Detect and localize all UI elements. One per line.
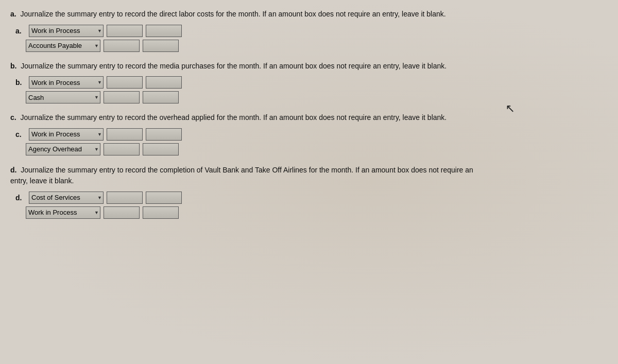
account-select-d1-wrapper: Cost of Services	[29, 192, 104, 204]
account-select-c2[interactable]: Agency Overhead	[26, 143, 100, 155]
debit-input-c2[interactable]	[104, 143, 140, 155]
debit-input-d2[interactable]	[104, 206, 140, 219]
credit-input-d1[interactable]	[146, 192, 182, 204]
debit-input-b1[interactable]	[107, 76, 143, 89]
account-select-b1[interactable]: Work in Process	[29, 76, 104, 89]
section-d-row1: d. Cost of Services	[15, 192, 608, 204]
section-c-row2: Agency Overhead	[26, 143, 608, 155]
section-a-header: a. Journalize the summary entry to recor…	[10, 9, 608, 20]
account-select-a1-wrapper: Work in Process	[29, 25, 104, 37]
debit-input-a1[interactable]	[107, 25, 143, 37]
section-a-row1: a. Work in Process	[15, 25, 608, 37]
section-b-header: b. Journalize the summary entry to recor…	[10, 61, 608, 72]
account-select-b2-wrapper: Cash	[26, 91, 100, 103]
account-select-b2[interactable]: Cash	[26, 91, 100, 103]
section-d-header: d. Journalize the summary entry to recor…	[10, 165, 608, 186]
debit-input-c1[interactable]	[107, 128, 143, 141]
section-c-letter: c.	[15, 130, 25, 138]
section-c: c. Journalize the summary entry to recor…	[10, 113, 608, 155]
section-c-rows: c. Work in Process Agency Overhead	[15, 128, 608, 155]
section-b-row2: Cash	[26, 91, 608, 103]
section-b: b. Journalize the summary entry to recor…	[10, 61, 608, 104]
credit-input-b1[interactable]	[146, 76, 182, 89]
section-b-row1: b. Work in Process	[15, 76, 608, 89]
credit-input-c1[interactable]	[146, 128, 182, 141]
section-b-letter: b.	[15, 78, 25, 86]
credit-input-c2[interactable]	[143, 143, 179, 155]
account-select-c1-wrapper: Work in Process	[29, 128, 104, 141]
credit-input-a1[interactable]	[146, 25, 182, 37]
section-a-row2: Accounts Payable	[26, 40, 608, 52]
debit-input-d1[interactable]	[107, 192, 143, 204]
section-b-rows: b. Work in Process Cash	[15, 76, 608, 103]
debit-input-b2[interactable]	[104, 91, 140, 103]
account-select-b1-wrapper: Work in Process	[29, 76, 104, 89]
section-a: a. Journalize the summary entry to recor…	[10, 9, 608, 52]
section-a-letter: a.	[15, 27, 25, 35]
section-d: d. Journalize the summary entry to recor…	[10, 165, 608, 219]
credit-input-b2[interactable]	[143, 91, 179, 103]
credit-input-d2[interactable]	[143, 206, 179, 219]
section-c-row1: c. Work in Process	[15, 128, 608, 141]
section-d-rows: d. Cost of Services Work in Process	[15, 192, 608, 219]
account-select-d1[interactable]: Cost of Services	[29, 192, 104, 204]
cursor-arrow: ↗	[506, 102, 515, 115]
account-select-d2[interactable]: Work in Process	[26, 206, 100, 219]
account-select-c2-wrapper: Agency Overhead	[26, 143, 100, 155]
section-c-header: c. Journalize the summary entry to recor…	[10, 113, 608, 123]
account-select-c1[interactable]: Work in Process	[29, 128, 104, 141]
account-select-a2-wrapper: Accounts Payable	[26, 40, 100, 52]
account-select-a1[interactable]: Work in Process	[29, 25, 104, 37]
section-a-rows: a. Work in Process Accounts Payable	[15, 25, 608, 52]
account-select-d2-wrapper: Work in Process	[26, 206, 100, 219]
section-d-letter: d.	[15, 194, 25, 202]
debit-input-a2[interactable]	[104, 40, 140, 52]
account-select-a2[interactable]: Accounts Payable	[26, 40, 100, 52]
main-container: a. Journalize the summary entry to recor…	[0, 0, 618, 364]
credit-input-a2[interactable]	[143, 40, 179, 52]
section-d-row2: Work in Process	[26, 206, 608, 219]
